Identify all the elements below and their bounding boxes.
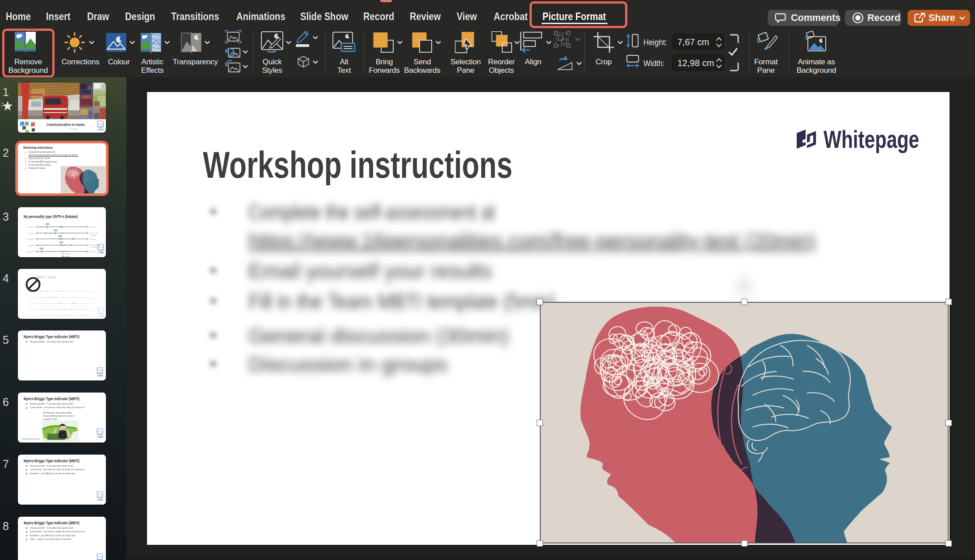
svg-text:Intuitive: Intuitive [29, 233, 34, 234]
svg-text:Perceiving: Perceiving [90, 247, 98, 248]
svg-text:LNU: LNU [97, 435, 103, 438]
svg-text:Turbulent: Turbulent [90, 315, 97, 317]
svg-text:Turbulent: Turbulent [90, 251, 97, 253]
svg-text:Intuitive: Intuitive [29, 297, 34, 299]
svg-text:Thinking: Thinking [28, 303, 34, 305]
svg-text:78%: 78% [54, 230, 57, 231]
svg-text:Judging: Judging [28, 309, 34, 311]
svg-text:LNU: LNU [98, 251, 104, 254]
svg-text:Strong: Strong [65, 253, 70, 255]
svg-text:78%: 78% [60, 242, 63, 243]
svg-text:Judging: Judging [28, 245, 34, 247]
svg-text:Observant/: Observant/ [90, 297, 98, 298]
svg-text:Assertive: Assertive [27, 251, 34, 253]
svg-text:LNU: LNU [97, 498, 103, 501]
svg-text:LNU: LNU [98, 314, 104, 317]
svg-text:Feeling: Feeling [90, 238, 96, 240]
svg-text:78%: 78% [59, 235, 62, 237]
svg-text:Marcin: Marcin [65, 256, 70, 258]
svg-text:Feeling: Feeling [90, 303, 96, 305]
svg-text:Sensing: Sensing [90, 234, 96, 236]
svg-text:Introvert: Introvert [90, 226, 96, 228]
svg-text:LNU: LNU [97, 374, 103, 377]
svg-text:78%: 78% [46, 223, 49, 225]
svg-text:Assertive: Assertive [27, 315, 34, 317]
svg-text:Extravert: Extravert [28, 226, 34, 228]
svg-text:Thinking: Thinking [28, 238, 34, 240]
svg-text:Observant/: Observant/ [90, 232, 98, 234]
svg-text:78%: 78% [40, 248, 43, 250]
svg-text:Perceiving: Perceiving [90, 311, 98, 313]
svg-text:LNU: LNU [98, 128, 104, 131]
svg-text:Sensing: Sensing [90, 299, 96, 301]
svg-text:Introvert: Introvert [90, 291, 96, 293]
